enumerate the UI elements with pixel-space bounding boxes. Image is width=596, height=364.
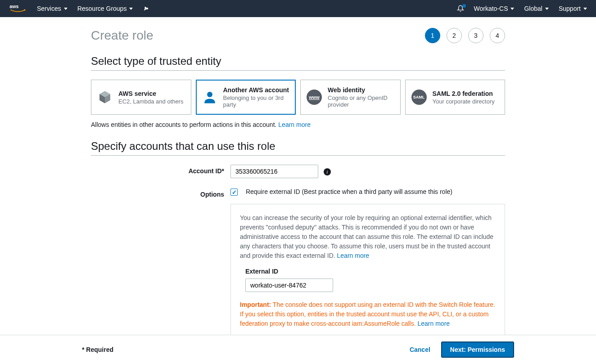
chevron-down-icon [129, 8, 133, 10]
nav-services[interactable]: Services [37, 5, 68, 12]
required-note: * Required [82, 346, 113, 353]
entity-subtitle: EC2, Lambda and others [118, 98, 184, 105]
account-id-input[interactable] [230, 165, 318, 178]
nav-region[interactable]: Global [524, 5, 548, 12]
entity-subtitle: Cognito or any OpenID provider [328, 94, 395, 108]
nav-account-label: Workato-CS [474, 5, 508, 12]
chevron-down-icon [545, 8, 549, 10]
options-label: Options [91, 188, 230, 198]
entity-title: Another AWS account [223, 86, 290, 94]
chevron-down-icon [583, 8, 587, 10]
entity-card-another-account[interactable]: Another AWS account Belonging to you or … [196, 80, 296, 115]
step-1[interactable]: 1 [425, 28, 440, 43]
svg-text:aws: aws [9, 4, 18, 9]
cube-icon [97, 89, 113, 105]
external-id-panel: You can increase the security of your ro… [230, 204, 505, 338]
entity-subtitle: Belonging to you or 3rd party [223, 94, 290, 108]
step-2[interactable]: 2 [447, 28, 462, 43]
notification-dot [462, 4, 466, 8]
external-id-label: External ID [245, 268, 496, 275]
learn-more-link[interactable]: Learn more [337, 252, 370, 259]
step-4[interactable]: 4 [490, 28, 505, 43]
important-text: The console does not support using an ex… [240, 301, 495, 327]
next-permissions-button[interactable]: Next: Permissions [441, 342, 514, 358]
aws-logo[interactable]: aws [9, 3, 27, 14]
top-navigation: aws Services Resource Groups Workato-CS … [0, 0, 596, 17]
entity-card-saml[interactable]: SAML SAML 2.0 federation Your corporate … [405, 80, 506, 115]
nav-account[interactable]: Workato-CS [474, 5, 515, 12]
saml-icon: SAML [411, 89, 427, 105]
footer-bar: * Required Cancel Next: Permissions [0, 335, 596, 364]
learn-more-link[interactable]: Learn more [278, 121, 311, 128]
external-id-description: You can increase the security of your ro… [240, 213, 496, 261]
entity-card-web-identity[interactable]: www Web identity Cognito or any OpenID p… [300, 80, 401, 115]
entity-caption: Allows entities in other accounts to per… [91, 121, 505, 128]
learn-more-link[interactable]: Learn more [418, 320, 450, 327]
chevron-down-icon [64, 8, 68, 10]
step-3[interactable]: 3 [468, 28, 483, 43]
info-icon[interactable]: i [324, 168, 331, 175]
require-external-id-label: Require external ID (Best practice when … [246, 188, 452, 195]
nav-services-label: Services [37, 5, 61, 12]
cancel-button[interactable]: Cancel [410, 346, 430, 353]
nav-region-label: Global [524, 5, 542, 12]
caption-text: Allows entities in other accounts to per… [91, 121, 278, 128]
important-note: Important: The console does not support … [240, 300, 496, 328]
step-indicator: 1 2 3 4 [425, 28, 505, 43]
nav-support-label: Support [559, 5, 581, 12]
entity-card-aws-service[interactable]: AWS service EC2, Lambda and others [91, 80, 191, 115]
svg-point-1 [207, 92, 212, 97]
www-icon: www [306, 89, 322, 105]
nav-support[interactable]: Support [559, 5, 587, 12]
nav-resource-groups[interactable]: Resource Groups [77, 5, 133, 12]
require-external-id-checkbox[interactable] [230, 189, 238, 196]
account-id-label: Account ID* [91, 165, 230, 175]
chevron-down-icon [510, 8, 514, 10]
entity-title: Web identity [328, 86, 395, 94]
nav-resource-groups-label: Resource Groups [77, 5, 127, 12]
external-id-input[interactable] [245, 279, 333, 292]
page-title: Create role [91, 28, 154, 43]
entity-title: AWS service [118, 90, 184, 97]
notifications-icon[interactable] [457, 5, 464, 12]
section-specify-accounts-title: Specify accounts that can use this role [91, 140, 505, 156]
pin-icon[interactable] [143, 5, 149, 12]
important-label: Important: [240, 301, 271, 308]
user-icon [202, 89, 218, 105]
entity-subtitle: Your corporate directory [433, 98, 495, 105]
entity-title: SAML 2.0 federation [433, 90, 495, 97]
section-trusted-entity-title: Select type of trusted entity [91, 55, 505, 71]
